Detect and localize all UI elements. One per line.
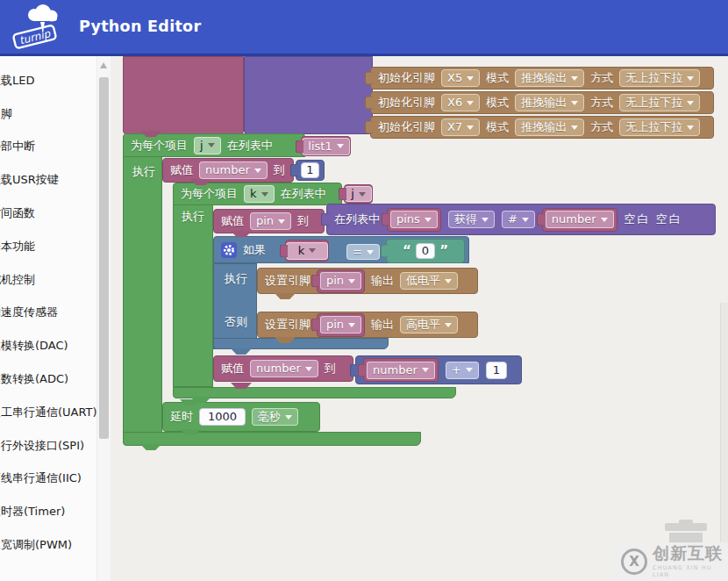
- pin-dropdown[interactable]: X7: [441, 118, 480, 136]
- outer-loop-spine[interactable]: 执行: [123, 156, 162, 433]
- way-dropdown[interactable]: 无上拉下拉: [619, 69, 700, 87]
- clipped-list-block[interactable]: [244, 56, 373, 134]
- delay-value-input[interactable]: 1000: [199, 408, 246, 426]
- inner-loop-spine[interactable]: 执行: [173, 204, 213, 387]
- variable-block-number[interactable]: number: [542, 208, 617, 232]
- dropdown-arrow-icon: [337, 144, 344, 148]
- mode-dropdown[interactable]: 推挽输出: [515, 118, 584, 136]
- toolbox-category-usr-button[interactable]: 板载USR按键: [0, 163, 96, 197]
- variable-dropdown[interactable]: number: [546, 211, 614, 228]
- level-dropdown[interactable]: 低电平: [400, 272, 458, 290]
- variable-dropdown[interactable]: pin: [320, 316, 361, 334]
- toolbox-category-basic[interactable]: 基本功能: [0, 230, 96, 263]
- variable-block-pin[interactable]: pin: [317, 269, 365, 293]
- watermark-brand: 创新互联: [653, 543, 723, 563]
- variable-block-k[interactable]: k: [285, 240, 329, 262]
- loop-var-dropdown[interactable]: k: [244, 185, 275, 203]
- number-value-block[interactable]: 1: [296, 160, 325, 181]
- arithmetic-block[interactable]: number + 1: [355, 355, 522, 384]
- scrollbar-thumb[interactable]: [99, 77, 109, 439]
- clipped-variable-block[interactable]: [123, 56, 244, 134]
- pin-dropdown[interactable]: X6: [441, 94, 480, 111]
- level-dropdown[interactable]: 高电平: [400, 316, 458, 334]
- toolbox-category-time[interactable]: 时间函数: [0, 197, 96, 230]
- inner-foreach-header[interactable]: 为每个项目 k 在列表中: [173, 183, 342, 205]
- list-get-block[interactable]: 在列表中 pins 获得 # number 空白 空白: [326, 204, 716, 235]
- inner-loop-foot[interactable]: [173, 387, 456, 398]
- toolbox-scrollbar[interactable]: [96, 56, 111, 581]
- variable-dropdown[interactable]: number: [250, 360, 318, 377]
- way-dropdown[interactable]: 无上拉下拉: [619, 94, 700, 111]
- variable-block-list1[interactable]: list1: [301, 136, 351, 156]
- number-input[interactable]: 1: [301, 162, 318, 178]
- mutator-gear-icon[interactable]: [221, 242, 237, 258]
- variable-dropdown[interactable]: pin: [250, 212, 291, 230]
- in-list-label: 在列表中: [227, 138, 273, 154]
- index-type-dropdown[interactable]: #: [502, 211, 535, 228]
- if-block-foot[interactable]: [213, 338, 389, 349]
- toolbox-category-iic[interactable]: 两线串行通信(IIC): [0, 463, 96, 496]
- toolbox-category-servo[interactable]: 舵机控制: [0, 263, 96, 297]
- toolbox-category-adc[interactable]: 模数转换(ADC): [0, 362, 96, 396]
- variable-block-j[interactable]: j: [344, 184, 373, 204]
- do-label: 执行: [225, 271, 247, 287]
- toolbox-category-pins[interactable]: 引脚: [0, 97, 96, 131]
- variable-dropdown[interactable]: pin: [320, 272, 361, 290]
- increment-assign-block[interactable]: 赋值 number 到: [213, 355, 353, 382]
- variable-block-pin[interactable]: pin: [317, 313, 365, 337]
- dropdown-arrow-icon: [571, 101, 578, 105]
- way-dropdown[interactable]: 无上拉下拉: [619, 118, 700, 136]
- number-input[interactable]: 1: [486, 362, 507, 379]
- variable-dropdown[interactable]: pins: [390, 211, 438, 228]
- foreach-label: 为每个项目: [131, 138, 188, 154]
- toolbox-category-interrupt[interactable]: 外部中断: [0, 131, 96, 164]
- outer-loop-foot[interactable]: [123, 432, 421, 446]
- toolbox-category-pwm[interactable]: 脉宽调制(PWM): [0, 528, 96, 562]
- toolbox-category-dac[interactable]: 数模转换(DAC): [0, 329, 96, 362]
- string-input[interactable]: 0: [416, 243, 435, 259]
- variable-block-pins[interactable]: pins: [387, 208, 441, 232]
- init-pin-block-x5[interactable]: 初始化引脚 X5 模式 推挽输出 方式 无上拉下拉: [370, 67, 714, 90]
- pin-dropdown[interactable]: X5: [441, 69, 480, 87]
- list-op-dropdown[interactable]: 获得: [448, 211, 495, 228]
- if-block-spine[interactable]: 执行 否则: [213, 263, 257, 349]
- math-op-dropdown[interactable]: +: [446, 362, 479, 379]
- toolbox-category-uart[interactable]: 双工串行通信(UART): [0, 396, 96, 429]
- set-pin-low-block[interactable]: 设置引脚 pin 输出 低电平: [257, 268, 478, 294]
- variable-dropdown[interactable]: number: [367, 362, 435, 379]
- variable-dropdown[interactable]: list1: [302, 138, 350, 155]
- set-pin-high-block[interactable]: 设置引脚 pin 输出 高电平: [257, 312, 478, 338]
- assign-number-block[interactable]: 赋值 number 到: [162, 158, 294, 183]
- delay-unit-dropdown[interactable]: 毫秒: [252, 408, 298, 426]
- mode-dropdown[interactable]: 推挽输出: [515, 69, 584, 87]
- do-label: 执行: [182, 209, 204, 225]
- init-pin-block-x6[interactable]: 初始化引脚 X6 模式 推挽输出 方式 无上拉下拉: [370, 91, 714, 114]
- dropdown-arrow-icon: [445, 323, 452, 327]
- outer-foreach-header[interactable]: 为每个项目 j 在列表中: [123, 133, 305, 157]
- assign-pin-block[interactable]: 赋值 pin 到: [213, 209, 325, 233]
- dropdown-arrow-icon: [467, 101, 474, 105]
- toolbox-category-accelerometer[interactable]: 加速度传感器: [0, 297, 96, 330]
- variable-dropdown[interactable]: k: [286, 242, 328, 260]
- toolbox-category-timer[interactable]: 定时器(Timer): [0, 495, 96, 528]
- dropdown-arrow-icon: [348, 279, 355, 283]
- dropdown-arrow-icon: [348, 323, 355, 327]
- dropdown-arrow-icon: [285, 415, 292, 420]
- toolbox-category-spi[interactable]: 串行外设接口(SPI): [0, 429, 96, 463]
- value-plug: [321, 213, 329, 226]
- scroll-up-arrow-icon[interactable]: [100, 62, 107, 68]
- app-header: turnip Python Editor: [0, 0, 728, 56]
- variable-dropdown[interactable]: j: [345, 186, 372, 202]
- init-pin-block-x7[interactable]: 初始化引脚 X7 模式 推挽输出 方式 无上拉下拉: [370, 116, 714, 139]
- loop-var-dropdown[interactable]: j: [194, 137, 221, 154]
- comparison-op-dropdown[interactable]: =: [346, 244, 380, 260]
- mode-dropdown[interactable]: 推挽输出: [515, 94, 584, 111]
- dropdown-arrow-icon: [254, 169, 261, 173]
- variable-dropdown[interactable]: number: [199, 161, 268, 179]
- delay-block[interactable]: 延时 1000 毫秒: [162, 402, 320, 432]
- string-value-block[interactable]: “ 0 ”: [386, 239, 465, 263]
- toolbox-sidebar: 板载LED 引脚 外部中断 板载USR按键 时间函数 基本功能 舵机控制 加速度…: [0, 56, 96, 581]
- variable-block-number[interactable]: number: [363, 358, 439, 382]
- toolbox-category-led[interactable]: 板载LED: [0, 64, 96, 97]
- to-label: 到: [274, 162, 285, 178]
